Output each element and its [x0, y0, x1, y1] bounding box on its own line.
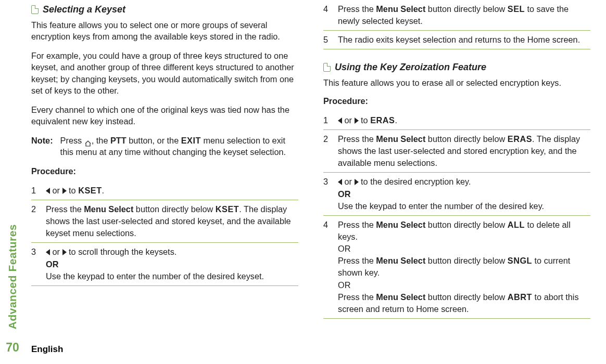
step-body: Press the Menu Select button directly be… — [338, 219, 590, 315]
procedure-label: Procedure: — [31, 166, 298, 176]
page-number: 70 — [6, 341, 19, 355]
heading-selecting-keyset: Selecting a Keyset — [43, 4, 125, 15]
left-arrow-icon — [338, 118, 342, 124]
step-2: 2 Press the Menu Select button directly … — [323, 130, 590, 173]
step-body: The radio exits keyset selection and ret… — [338, 34, 590, 46]
home-icon — [84, 138, 92, 144]
left-arrow-icon — [46, 249, 50, 255]
step-body: Press the Menu Select button directly be… — [338, 3, 590, 27]
note-text: Press , the PTT button, or the EXIT menu… — [60, 135, 298, 158]
step-4: 4 Press the Menu Select button directly … — [323, 0, 590, 31]
paragraph: Every channel to which one of the origin… — [31, 104, 298, 127]
step-3: 3 or to scroll through the keysets. OR U… — [31, 243, 298, 285]
procedure-steps-b: 1 or to ERAS. 2 Press the Menu Select bu… — [323, 111, 590, 319]
paragraph: This feature allows you to select one or… — [31, 19, 298, 43]
left-arrow-icon — [338, 179, 342, 185]
step-1: 1 or to KSET. — [31, 181, 298, 200]
step-number: 2 — [323, 133, 331, 169]
section-label: Advanced Features — [6, 224, 19, 329]
right-arrow-icon — [355, 118, 359, 124]
paragraph: This feature allows you to erase all or … — [323, 77, 590, 88]
note-label: Note: — [31, 135, 53, 158]
document-icon — [323, 63, 331, 72]
step-number: 3 — [31, 246, 39, 282]
step-1: 1 or to ERAS. — [323, 111, 590, 130]
document-icon — [31, 5, 39, 14]
step-number: 4 — [323, 219, 331, 315]
right-arrow-icon — [62, 249, 67, 255]
step-body: or to the desired encryption key. OR Use… — [338, 176, 590, 212]
step-number: 2 — [31, 203, 39, 239]
step-body: or to ERAS. — [338, 114, 590, 126]
procedure-steps-continued: 4 Press the Menu Select button directly … — [323, 0, 590, 49]
step-body: Press the Menu Select button directly be… — [338, 133, 590, 169]
step-4: 4 Press the Menu Select button directly … — [323, 216, 590, 319]
left-arrow-icon — [46, 188, 50, 194]
left-column: Selecting a Keyset This feature allows y… — [31, 0, 298, 364]
right-arrow-icon — [355, 179, 359, 185]
step-3: 3 or to the desired encryption key. OR U… — [323, 173, 590, 215]
step-5: 5 The radio exits keyset selection and r… — [323, 31, 590, 49]
step-number: 3 — [323, 176, 331, 212]
heading-zeroization: Using the Key Zeroization Feature — [335, 62, 486, 73]
step-number: 4 — [323, 3, 331, 27]
step-number: 1 — [31, 185, 39, 197]
paragraph: For example, you could have a group of t… — [31, 50, 298, 97]
procedure-label: Procedure: — [323, 96, 590, 106]
step-body: Press the Menu Select button directly be… — [46, 203, 298, 239]
step-body: or to KSET. — [46, 185, 298, 197]
step-number: 1 — [323, 114, 331, 126]
side-band: Advanced Features 70 — [0, 0, 25, 364]
step-body: or to scroll through the keysets. OR Use… — [46, 246, 298, 282]
right-arrow-icon — [62, 188, 67, 194]
right-column: 4 Press the Menu Select button directly … — [323, 0, 590, 364]
procedure-steps: 1 or to KSET. 2 Press the Menu Select bu… — [31, 181, 298, 286]
step-2: 2 Press the Menu Select button directly … — [31, 200, 298, 243]
note-block: Note: Press , the PTT button, or the EXI… — [31, 135, 298, 158]
step-number: 5 — [323, 34, 331, 46]
